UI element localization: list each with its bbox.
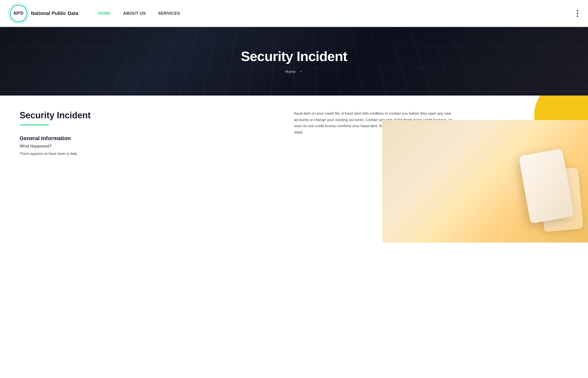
- general-information-section: General Information What Happened? There…: [20, 135, 370, 157]
- hamburger-dot-2: [577, 13, 578, 14]
- logo-icon: NPD: [10, 5, 27, 22]
- hero-breadcrumb: Home →: [285, 69, 303, 74]
- what-happened-label: What Happened?: [20, 144, 370, 148]
- hero-title: Security Incident: [241, 48, 347, 64]
- main-nav: HOME ABOUT US SERVICES: [98, 11, 180, 16]
- nav-services[interactable]: SERVICES: [158, 11, 180, 16]
- site-header: NPD National Public Data HOME ABOUT US S…: [0, 0, 588, 27]
- content-area: Security Incident General Information Wh…: [0, 95, 588, 243]
- phone-shape-1: [519, 148, 574, 224]
- nav-home[interactable]: HOME: [98, 11, 111, 16]
- logo-npd-text: NPD: [13, 11, 24, 16]
- nav-about-us[interactable]: ABOUT US: [123, 11, 146, 16]
- phone-bg-image: [382, 120, 588, 243]
- title-underline-decoration: [20, 124, 49, 125]
- general-info-heading: General Information: [20, 135, 370, 142]
- company-name: National Public Data: [31, 11, 78, 16]
- logo-area[interactable]: NPD National Public Data: [10, 5, 78, 22]
- hamburger-dot-3: [577, 15, 578, 17]
- content-image-area: [382, 95, 588, 243]
- breadcrumb-arrow-icon: →: [298, 69, 303, 74]
- breadcrumb-home[interactable]: Home: [285, 69, 296, 74]
- hamburger-menu[interactable]: [577, 10, 578, 17]
- what-happened-text: There appears to have been a data: [20, 150, 370, 157]
- hero-banner: Security Incident Home →: [0, 27, 588, 95]
- hamburger-dot-1: [577, 10, 578, 12]
